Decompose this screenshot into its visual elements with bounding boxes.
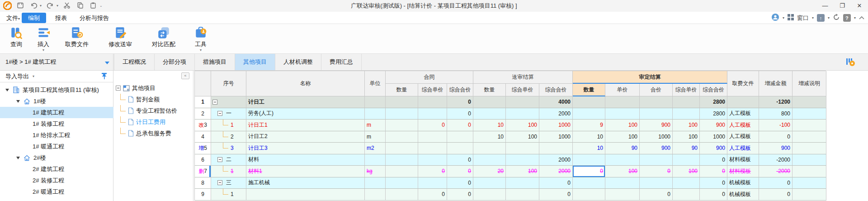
contract-value-cell[interactable]: [386, 143, 418, 154]
header-submitted-qty[interactable]: 数量: [473, 84, 506, 96]
upload-icon[interactable]: ↑: [817, 14, 825, 22]
sidebar-item-4[interactable]: 1# 给排水工程: [0, 129, 113, 141]
adj-amount-cell[interactable]: 0: [759, 177, 793, 189]
approved-value-cell[interactable]: 1000: [700, 131, 727, 143]
row-number-cell[interactable]: 增5: [195, 143, 211, 154]
contract-value-cell[interactable]: [418, 96, 447, 108]
submitted-value-cell[interactable]: [473, 189, 506, 201]
approved-value-cell[interactable]: 0: [700, 166, 727, 177]
adj-amount-cell[interactable]: -100: [759, 120, 793, 131]
submitted-value-cell[interactable]: 10: [473, 131, 506, 143]
adj-amount-cell[interactable]: -1200: [759, 96, 793, 108]
submitted-value-cell[interactable]: 1000: [539, 120, 573, 131]
approved-value-cell[interactable]: 1000: [640, 131, 673, 143]
unit-cell[interactable]: m: [365, 120, 386, 131]
approved-value-cell[interactable]: 90: [605, 143, 640, 154]
header-approved-comp-total[interactable]: 综合合价: [700, 84, 727, 96]
fee-file-cell[interactable]: [727, 96, 759, 108]
approved-value-cell[interactable]: 0: [640, 166, 673, 177]
submitted-value-cell[interactable]: [506, 177, 539, 189]
collapse-ribbon-icon[interactable]: [859, 14, 864, 21]
contract-value-cell[interactable]: [386, 108, 418, 120]
contract-value-cell[interactable]: 0: [447, 120, 473, 131]
seq-cell[interactable]: 二: [211, 154, 246, 166]
adj-amount-cell[interactable]: 0: [759, 131, 793, 143]
contract-value-cell[interactable]: [418, 154, 447, 166]
header-unit[interactable]: 单位: [365, 71, 386, 96]
header-approved-total[interactable]: 合价: [640, 84, 673, 96]
contract-value-cell[interactable]: 0: [447, 189, 473, 201]
help-icon[interactable]: ?: [843, 14, 851, 22]
contract-value-cell[interactable]: [386, 120, 418, 131]
name-cell[interactable]: 计日工1: [246, 120, 365, 131]
fee-file-cell[interactable]: 材料模板: [727, 166, 759, 177]
adj-note-cell[interactable]: [793, 108, 826, 120]
column-settings-icon[interactable]: [845, 57, 855, 68]
adj-note-cell[interactable]: [793, 143, 826, 154]
contract-value-cell[interactable]: [386, 189, 418, 201]
name-cell[interactable]: 计日工3: [246, 143, 365, 154]
collapse-box-icon[interactable]: [217, 180, 222, 185]
header-contract-qty[interactable]: 数量: [386, 84, 418, 96]
import-export-dropdown[interactable]: ▾: [33, 74, 34, 78]
header-fee-file[interactable]: 取费文件: [727, 71, 759, 96]
sidebar-item-7[interactable]: 2# 建筑工程: [0, 163, 113, 175]
approved-value-cell[interactable]: [605, 154, 640, 166]
submitted-value-cell[interactable]: 4000: [539, 96, 573, 108]
seq-cell[interactable]: 1: [211, 120, 246, 131]
insert-dropdown[interactable]: ▾: [42, 48, 44, 52]
approved-value-cell[interactable]: [640, 177, 673, 189]
unit-cell[interactable]: m2: [365, 143, 386, 154]
approved-value-cell[interactable]: [573, 108, 605, 120]
tree-item-2[interactable]: 计日工费用: [114, 116, 193, 128]
help-dropdown[interactable]: ▾: [854, 16, 856, 20]
header-group-submitted[interactable]: 送审结算: [473, 71, 573, 84]
query-button[interactable]: 查询: [2, 26, 31, 48]
approved-value-cell[interactable]: 2800: [700, 96, 727, 108]
pin-icon[interactable]: [101, 72, 108, 81]
contract-value-cell[interactable]: [418, 131, 447, 143]
contract-value-cell[interactable]: [386, 154, 418, 166]
approved-value-cell[interactable]: [673, 96, 700, 108]
adj-note-cell[interactable]: [793, 154, 826, 166]
submitted-value-cell[interactable]: [506, 96, 539, 108]
row-number-cell[interactable]: 6: [195, 154, 211, 166]
breadcrumb-dropdown-icon[interactable]: [105, 62, 109, 64]
menu-file[interactable]: 文件▾: [2, 13, 24, 23]
header-approved-comp-unit[interactable]: 综合单价: [673, 84, 700, 96]
contract-value-cell[interactable]: 0: [447, 166, 473, 177]
compare-match-button[interactable]: 对比匹配: [145, 26, 183, 48]
header-submitted-comp-total[interactable]: 综合合价: [539, 84, 573, 96]
approved-value-cell[interactable]: [573, 96, 605, 108]
submitted-value-cell[interactable]: 10: [473, 120, 506, 131]
submitted-value-cell[interactable]: 0: [539, 189, 573, 201]
contract-value-cell[interactable]: 0: [418, 189, 447, 201]
header-submitted-comp-unit[interactable]: 综合单价: [506, 84, 539, 96]
approved-value-cell[interactable]: [640, 108, 673, 120]
submitted-value-cell[interactable]: [506, 143, 539, 154]
submitted-value-cell[interactable]: 2000: [539, 154, 573, 166]
fee-file-cell[interactable]: 材料模板: [727, 154, 759, 166]
contract-value-cell[interactable]: 0: [447, 108, 473, 120]
approved-value-cell[interactable]: [573, 154, 605, 166]
sidebar-item-0[interactable]: 某项目工程其他项目11 (审核): [0, 84, 113, 96]
expand-arrow-icon[interactable]: [16, 157, 20, 159]
approved-value-cell[interactable]: [673, 108, 700, 120]
submitted-value-cell[interactable]: 100: [506, 120, 539, 131]
approved-value-cell[interactable]: [605, 96, 640, 108]
submitted-value-cell[interactable]: [539, 143, 573, 154]
seq-cell[interactable]: 2: [211, 131, 246, 143]
name-cell[interactable]: 材料: [246, 154, 365, 166]
unit-cell[interactable]: [365, 154, 386, 166]
sidebar-item-8[interactable]: 2# 装修工程: [0, 175, 113, 186]
approved-value-cell[interactable]: [640, 154, 673, 166]
menu-report[interactable]: 报表: [51, 13, 71, 23]
tab-2[interactable]: 措施项目: [195, 54, 235, 70]
collapse-panel-button[interactable]: «: [181, 72, 189, 79]
header-contract-comp-total[interactable]: 综合合价: [447, 84, 473, 96]
submitted-value-cell[interactable]: [473, 96, 506, 108]
approved-value-cell[interactable]: 90: [673, 143, 700, 154]
adj-amount-cell[interactable]: -2000: [759, 166, 793, 177]
collapse-box-icon[interactable]: [116, 86, 121, 91]
header-group-contract[interactable]: 合同: [386, 71, 473, 84]
